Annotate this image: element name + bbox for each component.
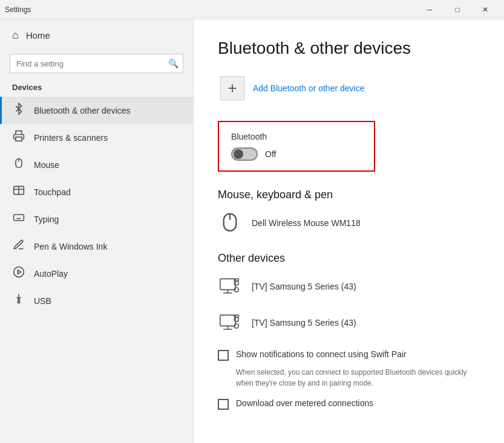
sidebar: ⌂ Home 🔍 Devices Bluetooth & other devic… [0, 19, 194, 443]
titlebar-title: Settings [5, 5, 416, 14]
sidebar-item-pen[interactable]: Pen & Windows Ink [0, 233, 193, 260]
toggle-knob [234, 149, 243, 159]
sidebar-item-mouse[interactable]: Mouse [0, 151, 193, 178]
swift-pair-row: Show notifications to connect using Swif… [218, 349, 480, 361]
other-devices-section: Other devices [TV] Samsung 5 Series (43) [218, 252, 480, 335]
sidebar-section-title: Devices [0, 80, 193, 97]
maximize-button[interactable]: □ [443, 0, 471, 19]
sidebar-item-pen-label: Pen & Windows Ink [34, 242, 107, 251]
titlebar-controls: ─ □ ✕ [416, 0, 499, 19]
sidebar-item-usb-label: USB [34, 296, 51, 306]
printer-icon [12, 130, 25, 145]
sidebar-item-mouse-label: Mouse [34, 160, 59, 170]
svg-point-15 [18, 301, 19, 303]
sidebar-item-bluetooth-label: Bluetooth & other devices [34, 106, 131, 115]
swift-pair-label: Show notifications to connect using Swif… [236, 349, 407, 359]
bluetooth-toggle-row: Off [231, 147, 362, 161]
tv-device-item-2: [TV] Samsung 5 Series (43) [218, 311, 480, 335]
bluetooth-toggle[interactable] [231, 147, 258, 161]
add-device-button[interactable]: Add Bluetooth or other device [218, 73, 480, 104]
sidebar-item-usb[interactable]: USB [0, 287, 193, 314]
sidebar-item-typing-label: Typing [34, 215, 59, 224]
minimize-button[interactable]: ─ [416, 0, 443, 19]
sidebar-item-printers-label: Printers & scanners [34, 133, 108, 143]
metered-connections-label: Download over metered connections [236, 398, 373, 408]
swift-pair-section: Show notifications to connect using Swif… [218, 349, 480, 389]
metered-connections-row: Download over metered connections [218, 398, 480, 410]
close-button[interactable]: ✕ [471, 0, 499, 19]
tv-device-name-1: [TV] Samsung 5 Series (43) [252, 282, 356, 291]
sidebar-item-bluetooth[interactable]: Bluetooth & other devices [0, 97, 193, 124]
page-title: Bluetooth & other devices [218, 39, 480, 58]
autoplay-icon [12, 266, 25, 281]
content-area: Bluetooth & other devices Add Bluetooth … [194, 19, 504, 443]
swift-pair-checkbox[interactable] [218, 350, 229, 361]
pen-icon [12, 239, 25, 254]
sidebar-item-printers[interactable]: Printers & scanners [0, 124, 193, 151]
mouse-icon [12, 157, 25, 172]
other-devices-section-header: Other devices [218, 252, 480, 265]
tv-device-item-1: [TV] Samsung 5 Series (43) [218, 274, 480, 299]
svg-point-12 [14, 267, 24, 277]
metered-connections-section: Download over metered connections [218, 398, 480, 410]
typing-icon [12, 212, 25, 227]
titlebar: Settings ─ □ ✕ [0, 0, 504, 19]
sidebar-item-touchpad-label: Touchpad [34, 187, 71, 197]
svg-rect-26 [220, 315, 235, 326]
swift-pair-desc: When selected, you can connect to suppor… [236, 367, 480, 389]
tv-device-icon-1 [218, 274, 242, 299]
search-icon: 🔍 [168, 59, 178, 68]
add-device-label: Add Bluetooth or other device [253, 83, 364, 93]
metered-connections-checkbox[interactable] [218, 399, 229, 410]
usb-icon [12, 293, 25, 308]
mouse-device-item: Dell Wireless Mouse WM118 [218, 211, 480, 235]
bluetooth-toggle-state-label: Off [265, 149, 276, 159]
sidebar-item-touchpad[interactable]: Touchpad [0, 178, 193, 205]
touchpad-icon [12, 184, 25, 199]
svg-rect-20 [220, 279, 235, 289]
mouse-device-icon [218, 211, 242, 235]
add-icon [220, 76, 244, 100]
mouse-keyboard-section-header: Mouse, keyboard & pen [218, 189, 480, 201]
sidebar-item-autoplay[interactable]: AutoPlay [0, 260, 193, 287]
mouse-keyboard-section: Mouse, keyboard & pen Dell Wireless Mous… [218, 189, 480, 235]
svg-rect-0 [16, 137, 22, 141]
search-box: 🔍 [10, 54, 183, 73]
tv-device-name-2: [TV] Samsung 5 Series (43) [252, 318, 356, 328]
sidebar-home-button[interactable]: ⌂ Home [0, 19, 193, 51]
app-body: ⌂ Home 🔍 Devices Bluetooth & other devic… [0, 19, 504, 443]
svg-rect-6 [14, 215, 24, 221]
bluetooth-section: Bluetooth Off [218, 121, 375, 172]
home-icon: ⌂ [12, 29, 19, 42]
search-input[interactable] [10, 54, 183, 73]
sidebar-item-typing[interactable]: Typing [0, 205, 193, 233]
sidebar-item-autoplay-label: AutoPlay [34, 269, 68, 279]
bluetooth-label: Bluetooth [231, 132, 362, 141]
svg-marker-13 [18, 270, 21, 274]
bluetooth-icon [12, 103, 25, 118]
mouse-device-name: Dell Wireless Mouse WM118 [252, 218, 361, 228]
sidebar-home-label: Home [26, 30, 50, 40]
tv-device-icon-2 [218, 311, 242, 335]
